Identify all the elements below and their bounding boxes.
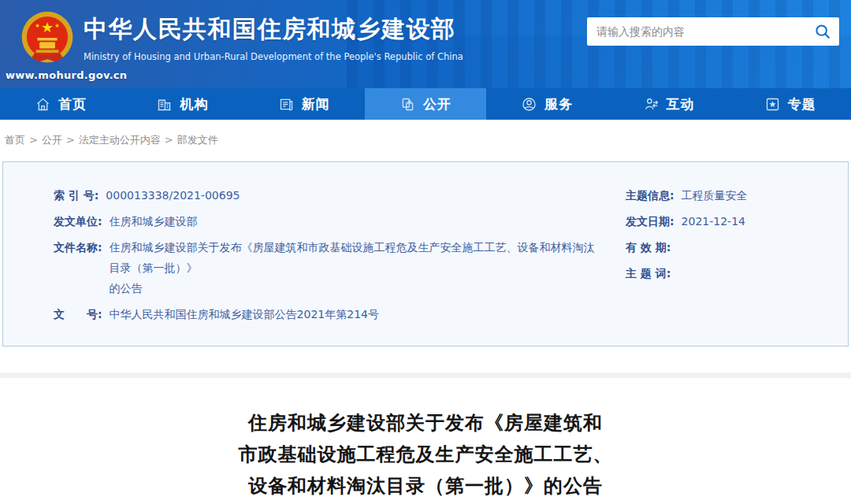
home-icon [35,96,51,113]
doc-info-value: 中华人民共和国住房和城乡建设部公告2021年第214号 [110,304,379,324]
site-title-english: Ministry of Housing and Urban-Rural Deve… [84,51,463,62]
doc-info-label: 索 引 号: [54,185,98,206]
article-section: 住房和城乡建设部关于发布《房屋建筑和 市政基础设施工程危及生产安全施工工艺、 设… [0,378,851,504]
section-divider [0,372,851,378]
doc-info-row: 主题信息:工程质量安全 [626,185,834,206]
breadcrumb-separator: > [29,134,38,146]
nav-item-label: 公开 [423,95,452,113]
doc-info-row: 发文单位:住房和城乡建设部 [54,211,605,232]
doc-info-section: 索 引 号:000013338/2021-00695发文单位:住房和城乡建设部文… [0,158,851,372]
svg-text:★: ★ [41,19,54,35]
doc-info-label: 主题信息: [626,185,674,206]
doc-info-left-column: 索 引 号:000013338/2021-00695发文单位:住房和城乡建设部文… [54,185,605,330]
nav-item-label: 互动 [667,95,695,113]
breadcrumb-separator: > [165,134,173,146]
doc-info-row: 文 号:中华人民共和国住房和城乡建设部公告2021年第214号 [54,304,605,324]
doc-info-card: 索 引 号:000013338/2021-00695发文单位:住房和城乡建设部文… [2,161,849,346]
breadcrumb-item[interactable]: 法定主动公开内容 [79,134,161,146]
search-input[interactable] [587,17,806,46]
nav-item-label: 机构 [180,95,208,113]
doc-info-value: 工程质量安全 [682,185,748,206]
search-button[interactable] [806,17,839,46]
doc-info-row: 发文日期:2021-12-14 [626,211,834,232]
nav-item-service[interactable]: 服务 [486,88,608,120]
doc-info-right-column: 主题信息:工程质量安全发文日期:2021-12-14有 效 期:主 题 词: [605,185,834,330]
site-url: www.mohurd.gov.cn [6,69,127,81]
doc-info-value: 000013338/2021-00695 [106,185,240,206]
search-box[interactable] [587,17,839,46]
disclosure-icon [399,96,416,113]
doc-info-row: 主 题 词: [626,263,834,284]
breadcrumb-item[interactable]: 首页 [5,134,25,146]
site-title: 中华人民共和国住房和城乡建设部 [84,13,463,46]
doc-info-value: 2021-12-14 [682,211,745,232]
nav-bar: 首页机构新闻公开服务互动专题 [0,88,851,120]
doc-info-row: 索 引 号:000013338/2021-00695 [54,185,605,206]
nav-item-label: 专题 [788,95,816,113]
doc-info-value: 住房和城乡建设部 [110,211,198,232]
doc-info-row: 有 效 期: [626,237,834,258]
nav-item-label: 新闻 [302,95,330,113]
news-icon [278,96,295,113]
doc-info-label: 有 效 期: [626,237,671,258]
doc-info-label: 主 题 词: [626,263,671,284]
breadcrumb-separator: > [66,134,75,146]
svg-text:★: ★ [54,22,59,29]
article-title: 住房和城乡建设部关于发布《房屋建筑和 市政基础设施工程危及生产安全施工工艺、 设… [0,407,851,502]
doc-info-label: 发文单位: [54,211,102,232]
doc-info-label: 文 号: [54,304,102,324]
nav-item-org[interactable]: 机构 [121,88,243,120]
topics-icon [764,96,781,113]
breadcrumb-item[interactable]: 公开 [42,134,62,146]
national-emblem-icon: ★ ★ ★ [19,9,76,66]
doc-info-row: 文件名称:住房和城乡建设部关于发布《房屋建筑和市政基础设施工程危及生产安全施工工… [54,237,605,298]
doc-info-label: 发文日期: [626,211,674,232]
service-icon [521,96,537,113]
nav-item-interaction[interactable]: 互动 [608,88,729,120]
svg-text:★: ★ [35,22,39,29]
org-icon [156,96,173,113]
search-icon [814,23,831,40]
nav-item-topics[interactable]: 专题 [730,88,851,120]
breadcrumb: 首页>公开>法定主动公开内容>部发文件 [0,120,851,158]
breadcrumb-item: 部发文件 [177,134,218,146]
nav-item-label: 服务 [544,95,573,113]
site-header: ★ ★ ★ www.mohurd.gov.cn 中华人民共和国住房和城乡建设部 … [0,0,851,88]
nav-item-label: 首页 [58,95,87,113]
nav-item-news[interactable]: 新闻 [243,88,365,120]
doc-info-value: 住房和城乡建设部关于发布《房屋建筑和市政基础设施工程危及生产安全施工工艺、设备和… [110,237,605,298]
nav-item-home[interactable]: 首页 [0,88,121,120]
interaction-icon [643,96,660,113]
doc-info-label: 文件名称: [54,237,102,298]
nav-item-disclosure[interactable]: 公开 [365,88,486,120]
